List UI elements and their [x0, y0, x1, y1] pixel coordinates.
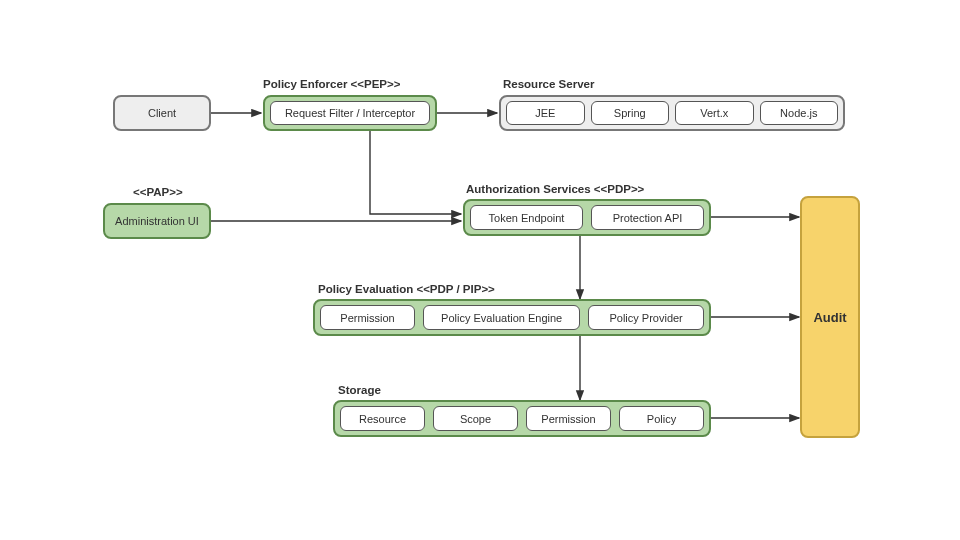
storage-scope-label: Scope: [460, 413, 491, 425]
storage-policy-label: Policy: [647, 413, 676, 425]
peval-container: Permission Policy Evaluation Engine Poli…: [313, 299, 711, 336]
pdp-protection-api-label: Protection API: [613, 212, 683, 224]
audit-label: Audit: [813, 310, 846, 325]
rs-item-jee: JEE: [506, 101, 585, 125]
resource-server-title: Resource Server: [503, 78, 594, 90]
peval-provider: Policy Provider: [588, 305, 704, 330]
rs-item-spring-label: Spring: [614, 107, 646, 119]
peval-provider-label: Policy Provider: [609, 312, 682, 324]
peval-engine: Policy Evaluation Engine: [423, 305, 580, 330]
storage-container: Resource Scope Permission Policy: [333, 400, 711, 437]
peval-engine-label: Policy Evaluation Engine: [441, 312, 562, 324]
client-label: Client: [148, 107, 176, 119]
pap-box-label: Administration UI: [115, 215, 199, 227]
storage-resource-label: Resource: [359, 413, 406, 425]
rs-item-vertx: Vert.x: [675, 101, 754, 125]
storage-scope: Scope: [433, 406, 518, 431]
pap-title: <<PAP>>: [133, 186, 183, 198]
pdp-title: Authorization Services <<PDP>>: [466, 183, 644, 195]
rs-item-spring: Spring: [591, 101, 670, 125]
audit-box: Audit: [800, 196, 860, 438]
rs-item-nodejs-label: Node.js: [780, 107, 817, 119]
storage-policy: Policy: [619, 406, 704, 431]
client-box: Client: [113, 95, 211, 131]
pep-container: Request Filter / Interceptor: [263, 95, 437, 131]
rs-item-vertx-label: Vert.x: [700, 107, 728, 119]
pdp-protection-api: Protection API: [591, 205, 704, 230]
peval-permission: Permission: [320, 305, 415, 330]
peval-permission-label: Permission: [340, 312, 394, 324]
pep-title: Policy Enforcer <<PEP>>: [263, 78, 400, 90]
pdp-container: Token Endpoint Protection API: [463, 199, 711, 236]
storage-resource: Resource: [340, 406, 425, 431]
resource-server-container: JEE Spring Vert.x Node.js: [499, 95, 845, 131]
rs-item-nodejs: Node.js: [760, 101, 839, 125]
pdp-token-endpoint: Token Endpoint: [470, 205, 583, 230]
storage-permission: Permission: [526, 406, 611, 431]
rs-item-jee-label: JEE: [535, 107, 555, 119]
pap-box: Administration UI: [103, 203, 211, 239]
peval-title: Policy Evaluation <<PDP / PIP>>: [318, 283, 495, 295]
pep-inner-label: Request Filter / Interceptor: [285, 107, 415, 119]
pdp-token-endpoint-label: Token Endpoint: [489, 212, 565, 224]
storage-permission-label: Permission: [541, 413, 595, 425]
pep-inner: Request Filter / Interceptor: [270, 101, 430, 125]
storage-title: Storage: [338, 384, 381, 396]
diagram-canvas: Client Policy Enforcer <<PEP>> Request F…: [0, 0, 960, 540]
